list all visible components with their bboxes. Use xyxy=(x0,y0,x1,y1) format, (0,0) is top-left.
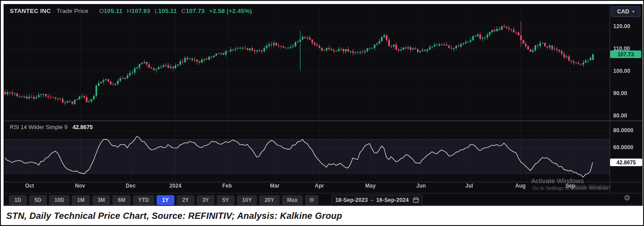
price-tick-90: 90.00 xyxy=(613,90,641,96)
time-axis-label-dec: Dec xyxy=(126,183,136,189)
rsi-tick-60: 60.0000 xyxy=(613,144,641,151)
range-button-6m[interactable]: 6M xyxy=(112,195,131,205)
change-value: +2.58 (+2.45%) xyxy=(209,8,252,14)
time-axis-label-nov: Nov xyxy=(75,183,85,189)
range-button-5y[interactable]: 5Y xyxy=(217,195,235,205)
currency-label: CAD xyxy=(617,8,629,15)
time-axis-label-may: May xyxy=(365,183,376,189)
range-button-max[interactable]: Max xyxy=(282,195,303,205)
range-button-1y[interactable]: 1Y xyxy=(157,195,174,205)
date-to: 16-Sep-2024 xyxy=(376,197,409,203)
series-label: Trade Price xyxy=(57,8,88,14)
date-range-dash: – xyxy=(371,197,374,203)
range-button-3y[interactable]: 3Y xyxy=(197,195,215,205)
price-tick-100: 100.00 xyxy=(613,68,641,74)
last-price-badge: 107.73 xyxy=(610,50,641,58)
range-button-ytd[interactable]: YTD xyxy=(133,195,154,205)
calendar-icon xyxy=(413,197,419,203)
rsi-value-badge: 42.8675 xyxy=(610,159,642,166)
time-axis-label-feb: Feb xyxy=(223,183,232,189)
chart-application: STANTEC INC·Trade PriceO105.11H107.93L10… xyxy=(4,4,642,206)
time-axis-label-oct: Oct xyxy=(25,183,34,189)
symbol-name: STANTEC INC xyxy=(10,8,51,14)
time-axis-label-aug: Aug xyxy=(515,183,525,189)
range-button-10y[interactable]: 10Y xyxy=(237,195,257,205)
time-axis-label-jul: Jul xyxy=(466,183,473,189)
rsi-header: RSI 14 Wilder Simple 9 42.8675 xyxy=(10,124,93,130)
date-from: 18-Sep-2023 xyxy=(335,197,368,203)
time-axis-label-mar: Mar xyxy=(270,183,279,189)
time-axis-label-apr: Apr xyxy=(315,183,324,189)
range-button-2y[interactable]: 2Y xyxy=(177,195,194,205)
ohlc-key-l: L xyxy=(155,8,158,14)
timeframe-buttons: 1D5D10D1M3M6MYTD1Y2Y3Y5Y10Y20YMax xyxy=(9,195,303,205)
screenshot-frame: STANTEC INC·Trade PriceO105.11H107.93L10… xyxy=(0,0,644,226)
ohlc-key-o: O xyxy=(99,8,104,14)
price-tick-80: 80.00 xyxy=(613,113,641,119)
range-button-1m[interactable]: 1M xyxy=(72,195,90,205)
timeframe-toolbar: 1D5D10D1M3M6MYTD1Y2Y3Y5Y10Y20YMax ⚙ 18-S… xyxy=(4,194,610,206)
ohlc-value-c: 107.73 xyxy=(186,8,205,14)
rsi-value: 42.8675 xyxy=(73,124,93,130)
range-button-3m[interactable]: 3M xyxy=(92,195,111,205)
price-rsi-chart-canvas[interactable] xyxy=(4,4,642,206)
ohlc-value-h: 107.93 xyxy=(132,8,151,14)
rsi-label: RSI 14 Wilder Simple 9 xyxy=(10,124,67,130)
activate-windows-watermark-overlap: Activate Windows xyxy=(567,184,611,190)
time-axis-label-2024: 2024 xyxy=(169,183,182,189)
time-axis-label-jun: Jun xyxy=(416,183,425,189)
range-button-5d[interactable]: 5D xyxy=(29,195,47,205)
rsi-tick-80: 80.0000 xyxy=(613,127,641,134)
chevron-down-icon: ▾ xyxy=(632,9,635,14)
interval-settings-gear-icon[interactable]: ⚙ xyxy=(305,195,318,205)
ohlc-value-l: 105.11 xyxy=(158,8,177,14)
range-button-20y[interactable]: 20Y xyxy=(259,195,279,205)
instrument-header: STANTEC INC·Trade PriceO105.11H107.93L10… xyxy=(10,8,252,14)
ohlc-value-o: 105.11 xyxy=(104,8,123,14)
chart-settings-gear-icon[interactable]: ⚙ xyxy=(621,192,633,204)
range-button-1d[interactable]: 1D xyxy=(9,195,27,205)
caption-band: STN, Daily Technical Price Chart, Source… xyxy=(1,206,643,226)
currency-selector[interactable]: CAD ▾ xyxy=(611,6,640,17)
date-range-picker[interactable]: 18-Sep-2023 – 16-Sep-2024 xyxy=(331,195,422,205)
chart-caption: STN, Daily Technical Price Chart, Source… xyxy=(6,211,342,221)
range-button-10d[interactable]: 10D xyxy=(49,195,70,205)
separator-dot: · xyxy=(53,8,55,14)
ohlc-key-c: C xyxy=(182,8,186,14)
ohlc-values: O105.11H107.93L105.11C107.73 xyxy=(95,8,205,14)
price-tick-120: 120.00 xyxy=(613,23,641,29)
ohlc-key-h: H xyxy=(127,8,132,14)
